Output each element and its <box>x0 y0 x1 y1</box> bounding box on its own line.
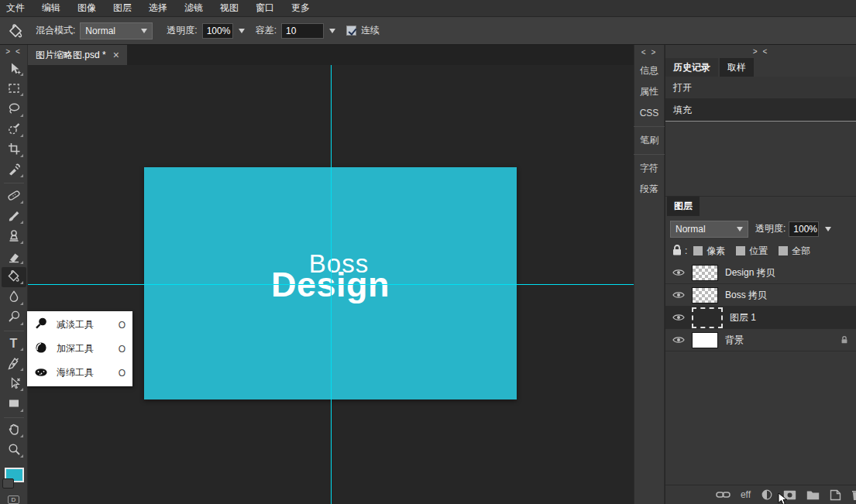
quick-selection-tool-button[interactable] <box>2 120 26 140</box>
move-tool-button[interactable] <box>2 59 26 79</box>
visibility-eye-icon[interactable] <box>672 335 685 345</box>
layer-opacity-input[interactable]: 100% <box>789 221 819 237</box>
strip-divider <box>634 126 665 127</box>
visibility-eye-icon[interactable] <box>672 290 685 300</box>
layers-controls: Normal 透明度: 100% <box>665 218 856 240</box>
menu-item-window[interactable]: 窗口 <box>256 2 274 15</box>
history-entry-fill[interactable]: 填充 <box>665 99 856 122</box>
link-layers-icon[interactable] <box>716 490 731 499</box>
direct-selection-tool-button[interactable] <box>2 374 26 394</box>
crop-tool-button[interactable] <box>2 140 26 160</box>
lock-all-checkbox[interactable] <box>779 246 788 255</box>
zoom-tool-button[interactable] <box>2 441 26 461</box>
eyedropper-icon <box>7 163 21 179</box>
blur-tool-button[interactable] <box>2 287 26 307</box>
new-layer-icon[interactable] <box>830 489 841 501</box>
menu-item-layer[interactable]: 图层 <box>113 2 132 15</box>
menu-item-more[interactable]: 更多 <box>291 2 310 15</box>
type-tool-button[interactable]: T <box>2 334 26 354</box>
toolbar-divider <box>4 417 24 418</box>
adjustment-layer-icon[interactable] <box>761 489 773 501</box>
document-tab[interactable]: 图片缩略图.psd * × <box>28 45 127 65</box>
clone-stamp-tool-button[interactable] <box>2 227 26 247</box>
layer-effects-button[interactable]: eff <box>741 489 751 500</box>
vertical-guide[interactable] <box>331 65 332 504</box>
color-swatches[interactable] <box>2 467 26 494</box>
opacity-slider-button[interactable] <box>239 29 245 33</box>
blend-mode-select[interactable]: Normal <box>80 22 153 39</box>
contiguous-checkbox[interactable] <box>346 26 356 36</box>
right-strip-collapse-button[interactable]: < > <box>641 47 657 57</box>
flyout-item-burn[interactable]: 加深工具 O <box>27 337 132 361</box>
paint-bucket-tool-button[interactable] <box>2 267 26 287</box>
close-icon[interactable]: × <box>113 50 119 60</box>
layer-thumbnail[interactable] <box>692 287 718 303</box>
panel-tab-brush[interactable]: 笔刷 <box>640 130 658 151</box>
right-panel-collapse-button[interactable]: > < <box>665 46 856 57</box>
spot-healing-tool-button[interactable] <box>2 186 26 206</box>
panel-tab-css[interactable]: CSS <box>640 102 659 123</box>
brush-tool-button[interactable] <box>2 207 26 227</box>
lasso-tool-button[interactable] <box>2 99 26 119</box>
dodge-tool-button[interactable] <box>2 308 26 328</box>
layer-blend-mode-select[interactable]: Normal <box>670 221 748 238</box>
panel-tab-info[interactable]: 信息 <box>640 60 658 81</box>
layer-thumbnail[interactable] <box>692 332 718 348</box>
hand-tool-button[interactable] <box>2 420 26 441</box>
menu-item-edit[interactable]: 编辑 <box>42 2 60 15</box>
toolbar-divider <box>4 183 24 183</box>
flyout-item-dodge[interactable]: 减淡工具 O <box>27 313 132 337</box>
layer-row-layer1[interactable]: 图层 1 <box>665 307 856 329</box>
chevron-down-icon <box>329 29 335 33</box>
tab-history[interactable]: 历史记录 <box>665 58 718 77</box>
menu-item-filter[interactable]: 滤镜 <box>184 2 203 15</box>
tolerance-input[interactable]: 10 <box>281 23 324 39</box>
tolerance-slider-button[interactable] <box>329 29 335 33</box>
rectangle-tool-button[interactable] <box>2 394 26 414</box>
opacity-input[interactable]: 100% <box>202 23 233 39</box>
layer-row-design-copy[interactable]: Design 拷贝 <box>665 262 856 284</box>
tab-layers[interactable]: 图层 <box>667 197 700 216</box>
tab-sampling[interactable]: 取样 <box>720 58 754 77</box>
right-tab-strip: < > 信息 属性 CSS 笔刷 字符 段落 <box>634 45 665 504</box>
toolbar-collapse-button[interactable]: > < <box>5 46 21 57</box>
panel-tab-properties[interactable]: 属性 <box>640 81 658 102</box>
lock-position-checkbox[interactable] <box>736 246 745 255</box>
pen-tool-button[interactable] <box>2 354 26 374</box>
canvas-viewport[interactable]: Boss Design <box>28 65 634 504</box>
layer-mask-icon[interactable] <box>783 490 796 500</box>
layer-thumbnail[interactable] <box>692 265 718 281</box>
default-colors-button[interactable]: D <box>8 495 19 504</box>
layer-thumbnail-selected[interactable] <box>692 307 723 328</box>
background-color-swatch[interactable] <box>2 478 14 489</box>
panel-tab-paragraph[interactable]: 段落 <box>640 179 658 200</box>
layer-row-background[interactable]: 背景 <box>665 329 856 351</box>
eyedropper-tool-button[interactable] <box>2 160 26 180</box>
flyout-item-shortcut: O <box>119 368 125 379</box>
opacity-label: 透明度: <box>167 24 197 37</box>
lock-pixels-checkbox[interactable] <box>693 246 703 255</box>
marquee-tool-button[interactable] <box>2 79 26 99</box>
history-entry-open[interactable]: 打开 <box>665 77 856 99</box>
clone-stamp-icon <box>7 228 21 245</box>
eraser-tool-button[interactable] <box>2 247 26 267</box>
visibility-eye-icon[interactable] <box>672 313 685 322</box>
panel-tab-character[interactable]: 字符 <box>640 158 658 179</box>
delete-layer-icon[interactable] <box>851 489 856 501</box>
quick-selection-icon <box>7 122 21 138</box>
menu-item-image[interactable]: 图像 <box>77 2 96 15</box>
menu-item-select[interactable]: 选择 <box>149 2 167 15</box>
visibility-eye-icon[interactable] <box>672 268 685 277</box>
water-drop-icon <box>7 290 21 306</box>
eraser-icon <box>7 249 21 266</box>
dodge-icon <box>7 310 21 326</box>
tool-flyout-menu: 减淡工具 O 加深工具 O 海绵工具 O <box>27 311 132 386</box>
new-group-folder-icon[interactable] <box>806 490 820 500</box>
menu-item-file[interactable]: 文件 <box>6 2 25 15</box>
lock-icon <box>671 244 683 259</box>
burn-tool-icon <box>34 341 48 357</box>
menu-item-view[interactable]: 视图 <box>220 2 239 15</box>
photo-editor-app: 文件 编辑 图像 图层 选择 滤镜 视图 窗口 更多 混合模式: Normal … <box>0 0 856 504</box>
layer-row-boss-copy[interactable]: Boss 拷贝 <box>665 284 856 307</box>
flyout-item-sponge[interactable]: 海绵工具 O <box>27 361 132 385</box>
